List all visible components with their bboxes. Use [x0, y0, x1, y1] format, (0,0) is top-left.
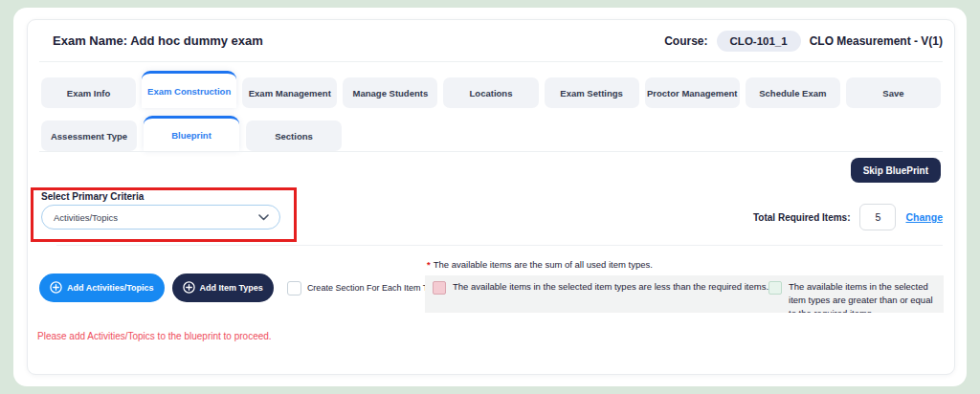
tab-assessment-type[interactable]: Assessment Type	[41, 120, 137, 151]
tab-label: Blueprint	[171, 130, 212, 141]
tab-proctor-management[interactable]: Proctor Management	[645, 77, 740, 108]
course-label: Course:	[664, 34, 707, 48]
tab-save[interactable]: Save	[846, 77, 941, 108]
secondary-tab-bar: Assessment Type Blueprint Sections	[41, 119, 342, 151]
tab-label: Assessment Type	[51, 131, 127, 142]
section-divider	[56, 245, 943, 246]
add-item-types-label: Add Item Types	[200, 283, 263, 293]
plus-circle-icon	[183, 281, 195, 296]
change-link[interactable]: Change	[905, 211, 943, 223]
tab-label: Proctor Management	[647, 88, 738, 98]
create-section-checkbox[interactable]	[287, 281, 301, 296]
tab-exam-construction[interactable]: Exam Construction	[142, 71, 236, 108]
primary-tab-bar: Exam Info Exam Construction Exam Managem…	[41, 74, 941, 108]
tab-label: Exam Info	[67, 88, 110, 98]
exam-panel: Exam Name: Add hoc dummy exam Course: CL…	[27, 19, 955, 375]
legend-swatch	[433, 281, 446, 295]
page-title: Exam Name: Add hoc dummy exam	[53, 33, 263, 48]
required-asterisk: *	[427, 259, 431, 270]
course-code-badge: CLO-101_1	[717, 31, 801, 52]
plus-circle-icon	[50, 281, 62, 296]
header: Exam Name: Add hoc dummy exam Course: CL…	[53, 20, 943, 61]
blueprint-actions: Add Activities/Topics Add Item Types Cre…	[39, 274, 441, 302]
tab-exam-info[interactable]: Exam Info	[41, 77, 136, 108]
legend-item: The available items in the selected item…	[433, 280, 768, 308]
tab-schedule-exam[interactable]: Schedule Exam	[746, 77, 840, 108]
legend-note-text: The available items are the sum of all u…	[434, 259, 653, 270]
add-activities-topics-label: Add Activities/Topics	[67, 283, 154, 293]
tab-exam-settings[interactable]: Exam Settings	[545, 77, 639, 108]
selected-criteria-value: Activities/Topics	[54, 212, 118, 223]
tab-label: Sections	[275, 131, 313, 142]
tab-locations[interactable]: Locations	[443, 77, 538, 108]
primary-criteria-label: Select Primary Criteria	[41, 191, 144, 202]
header-divider	[39, 61, 943, 62]
total-required-items-label: Total Required Items:	[753, 212, 851, 223]
tab-label: Locations	[470, 88, 513, 98]
tabs-divider	[39, 151, 943, 152]
tab-label: Save	[882, 88, 903, 98]
skip-blueprint-button[interactable]: Skip BluePrint	[851, 158, 941, 183]
chevron-down-icon	[258, 212, 269, 223]
total-required-items-input[interactable]	[859, 204, 896, 230]
app-window: Exam Name: Add hoc dummy exam Course: CL…	[13, 8, 967, 386]
tab-exam-management[interactable]: Exam Management	[242, 77, 337, 108]
tab-label: Manage Students	[353, 88, 429, 98]
legend-item-text: The available items in the selected item…	[789, 280, 936, 313]
primary-criteria-select[interactable]: Activities/Topics	[41, 205, 280, 230]
tab-label: Exam Settings	[560, 88, 622, 98]
legend-item: The available items in the selected item…	[768, 280, 936, 308]
tab-label: Exam Construction	[147, 86, 231, 97]
tab-blueprint[interactable]: Blueprint	[144, 116, 239, 151]
create-section-checkbox-group[interactable]: Create Section For Each Item Type	[287, 281, 441, 296]
tab-sections[interactable]: Sections	[246, 120, 342, 151]
validation-message: Please add Activities/Topics to the blue…	[37, 331, 272, 341]
course-name: CLO Measurement - V(1)	[810, 34, 943, 48]
legend-note: *The available items are the sum of all …	[427, 259, 653, 270]
tab-label: Exam Management	[249, 88, 331, 98]
legend-item-text: The available items in the selected item…	[453, 280, 768, 294]
course-info: Course: CLO-101_1 CLO Measurement - V(1)	[664, 31, 943, 52]
create-section-checkbox-label: Create Section For Each Item Type	[307, 283, 441, 293]
add-activities-topics-button[interactable]: Add Activities/Topics	[39, 274, 165, 302]
tab-label: Schedule Exam	[759, 88, 826, 98]
legend-swatch	[768, 281, 782, 295]
legend: The available items in the selected item…	[425, 275, 944, 313]
total-required-items: Total Required Items: Change	[753, 203, 943, 231]
tab-manage-students[interactable]: Manage Students	[343, 77, 437, 108]
add-item-types-button[interactable]: Add Item Types	[172, 274, 274, 302]
